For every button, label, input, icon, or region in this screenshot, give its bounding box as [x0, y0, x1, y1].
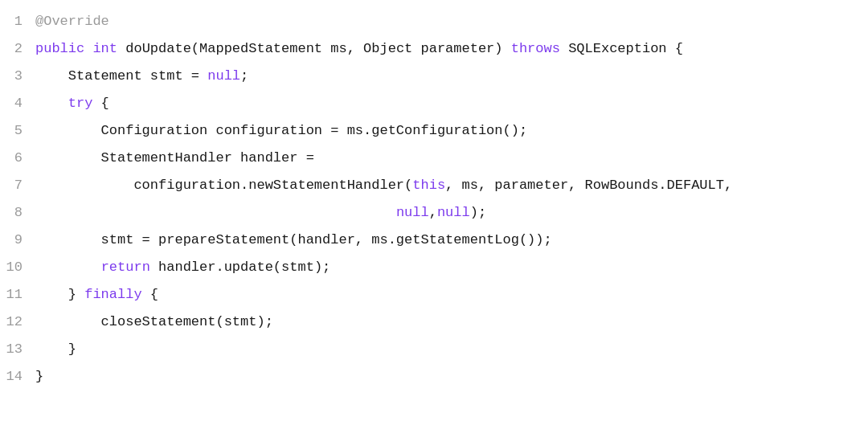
code-line-5: 5 Configuration configuration = ms.getCo…	[0, 117, 868, 145]
kw-null-8a: null	[396, 205, 429, 220]
kw-this-7: this	[412, 178, 445, 193]
line-number-4: 4	[0, 90, 35, 117]
line-content-8: null,null);	[35, 199, 868, 227]
kw-return: return	[101, 260, 150, 275]
code-line-7: 7 configuration.newStatementHandler(this…	[0, 172, 868, 199]
line-number-8: 8	[0, 199, 35, 227]
line-content-9: stmt = prepareStatement(handler, ms.getS…	[35, 227, 868, 254]
code-line-2: 2 public int doUpdate(MappedStatement ms…	[0, 35, 868, 63]
code-line-3: 3 Statement stmt = null;	[0, 63, 868, 90]
code-line-14: 14 }	[0, 363, 868, 390]
line-content-1: @Override	[35, 8, 868, 35]
code-line-4: 4 try {	[0, 90, 868, 117]
line-content-10: return handler.update(stmt);	[35, 254, 868, 281]
kw-public: public	[35, 41, 84, 56]
kw-null-8b: null	[437, 205, 470, 220]
line-number-1: 1	[0, 8, 35, 35]
line-content-14: }	[35, 363, 868, 390]
kw-null-3: null	[207, 68, 240, 84]
code-line-11: 11 } finally {	[0, 281, 868, 309]
line-number-11: 11	[0, 281, 35, 309]
kw-finally: finally	[84, 287, 141, 302]
code-line-12: 12 closeStatement(stmt);	[0, 309, 868, 336]
code-editor: 1 @Override 2 public int doUpdate(Mapped…	[0, 0, 868, 421]
line-content-12: closeStatement(stmt);	[35, 309, 868, 336]
code-line-10: 10 return handler.update(stmt);	[0, 254, 868, 281]
line-number-10: 10	[0, 254, 35, 281]
code-line-9: 9 stmt = prepareStatement(handler, ms.ge…	[0, 227, 868, 254]
code-line-6: 6 StatementHandler handler =	[0, 145, 868, 172]
line-number-7: 7	[0, 172, 35, 199]
line-number-6: 6	[0, 145, 35, 172]
line-content-13: }	[35, 336, 868, 363]
code-line-13: 13 }	[0, 336, 868, 363]
line-content-7: configuration.newStatementHandler(this, …	[35, 172, 868, 199]
line-content-3: Statement stmt = null;	[35, 63, 868, 90]
kw-try: try	[68, 96, 93, 111]
line-number-12: 12	[0, 309, 35, 336]
kw-int: int	[92, 41, 117, 56]
line-content-4: try {	[35, 90, 868, 117]
annotation-override: @Override	[35, 14, 109, 29]
line-number-5: 5	[0, 117, 35, 145]
kw-throws: throws	[511, 41, 560, 56]
line-content-6: StatementHandler handler =	[35, 145, 868, 172]
line-number-2: 2	[0, 35, 35, 63]
code-line-8: 8 null,null);	[0, 199, 868, 227]
line-content-2: public int doUpdate(MappedStatement ms, …	[35, 35, 868, 63]
line-number-3: 3	[0, 63, 35, 90]
line-number-14: 14	[0, 363, 35, 390]
line-number-9: 9	[0, 227, 35, 254]
code-line-1: 1 @Override	[0, 8, 868, 35]
line-content-11: } finally {	[35, 281, 868, 309]
line-number-13: 13	[0, 336, 35, 363]
line-content-5: Configuration configuration = ms.getConf…	[35, 117, 868, 145]
